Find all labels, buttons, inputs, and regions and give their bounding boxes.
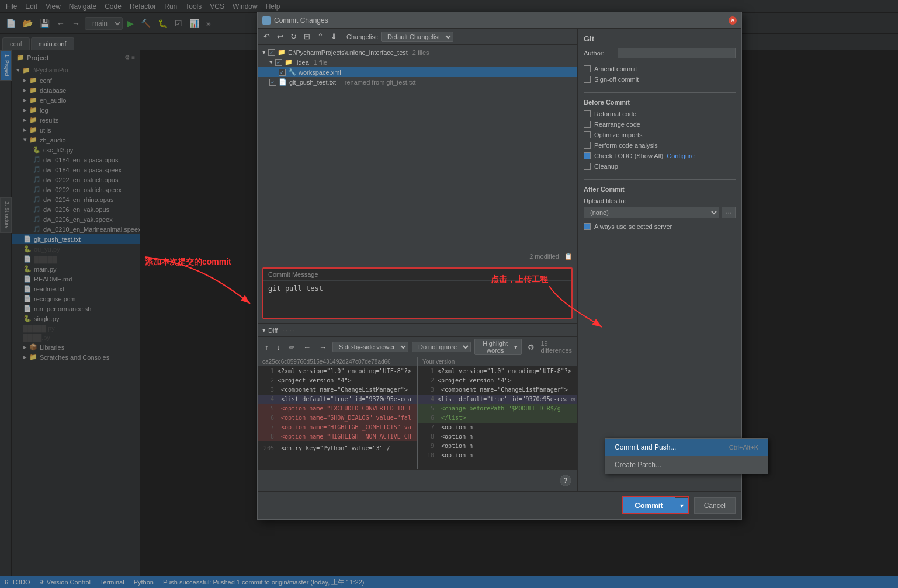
file-tree-git-push[interactable]: 📄 git_push_test.txt - renamed from git_t… [258,77,577,87]
diff-viewer-select[interactable]: Side-by-side viewer [332,342,408,352]
expand-btn[interactable]: ⇑ [315,31,326,42]
diff-ignore-select[interactable]: Do not ignore [412,342,471,352]
diff-next-btn[interactable]: → [317,342,329,353]
root-arrow: ▾ [262,48,266,56]
diff-right-line-4: 4<list default="true" id="9370e95e-cea ☑ [418,395,577,404]
dialog-right-panel: Git Author: Amend commit Sign-off commit… [578,29,741,491]
sign-off-row: Sign-off commit [584,76,736,83]
move-to-changelist-btn[interactable]: ↶ [261,31,272,42]
always-use-checkbox[interactable] [584,223,591,230]
idea-file-count: 1 file [314,59,327,66]
diff-down-btn[interactable]: ↓ [275,342,283,353]
diff-left-line-2: 2<project version="4"> [258,376,417,385]
reformat-row: Reformat code [584,110,736,117]
highlight-dropdown-icon: ▾ [514,343,518,351]
git-push-renamed: - renamed from git_test.txt [341,79,415,86]
rearrange-label: Rearrange code [594,121,640,128]
create-patch-item[interactable]: Create Patch... [605,456,768,474]
highlight-words-btn[interactable]: Highlight words ▾ [474,339,522,355]
idea-folder-icon: 📁 [285,58,293,66]
cleanup-checkbox[interactable] [584,163,591,170]
root-folder-icon: 📁 [278,48,286,56]
check-todo-label: Check TODO (Show All) [594,152,663,159]
optimize-row: Optimize imports [584,131,736,138]
commit-message-input[interactable]: git pull test [263,281,571,316]
diff-settings-btn[interactable]: ⚙ [525,342,537,353]
commit-dropdown-btn[interactable]: ▾ [675,498,688,513]
rearrange-row: Rearrange code [584,121,736,128]
root-file-count: 2 files [412,49,429,56]
diff-collapse-icon[interactable]: ▾ [262,326,266,334]
upload-settings-btn[interactable]: ··· [722,207,736,218]
commit-dropdown-popup: Commit and Push... Ctrl+Alt+K Create Pat… [605,438,768,474]
diff-right-line-9: 9 <option n [418,441,577,451]
diff-title: Diff [268,327,278,334]
amend-checkbox[interactable] [584,65,591,72]
dialog-icon [262,16,271,25]
before-commit-heading: Before Commit [584,99,736,106]
diff-count: 19 differences [540,340,573,354]
upload-label: Upload files to: [584,197,736,204]
highlight-label: Highlight words [479,340,512,354]
root-path: E:\PycharmProjects\unione_interface_test [288,49,408,56]
diff-header: ▾ Diff · · · · [258,324,577,337]
cleanup-label: Cleanup [594,163,618,170]
undo-btn[interactable]: ↩ [275,31,286,42]
diff-left-line-3: 3 <component name="ChangeListManager"> [258,385,417,395]
configure-link[interactable]: Configure [667,152,695,159]
idea-checkbox[interactable] [275,59,282,66]
rearrange-checkbox[interactable] [584,121,591,128]
perform-label: Perform code analysis [594,142,658,149]
idea-arrow: ▾ [269,58,273,66]
copy-icon[interactable]: 📋 [564,253,573,260]
check-todo-checkbox[interactable] [584,152,591,159]
workspace-checkbox[interactable] [279,69,286,76]
diff-right-col: Your version 1<?xml version="1.0" encodi… [418,357,577,469]
diff-prev-btn[interactable]: ← [301,342,313,353]
diff-right-line-10: 10 <option n [418,451,577,460]
sign-off-checkbox[interactable] [584,76,591,83]
diff-right-line-8: 8 <option n [418,432,577,441]
refresh-btn[interactable]: ↻ [288,31,299,42]
upload-select[interactable]: (none) [584,207,719,218]
diff-up-btn[interactable]: ↑ [262,342,271,353]
upload-row: (none) ··· [584,207,736,218]
commit-and-push-item[interactable]: Commit and Push... Ctrl+Alt+K [605,439,768,456]
amend-label: Amend commit [594,65,637,72]
dialog-close-btn[interactable]: ✕ [729,16,737,25]
separator-1 [584,92,736,93]
diff-left-line-4: 4 <list default="true" id="9370e95e-cea [258,395,417,404]
diff-edit-btn[interactable]: ✏ [286,342,297,353]
author-input[interactable] [618,48,736,58]
diff-left-line-8: 8 <option name="HIGHLIGHT_NON_ACTIVE_CH [258,432,417,441]
optimize-label: Optimize imports [594,131,643,138]
diff-right-checkbox[interactable]: ☑ [571,395,575,404]
perform-checkbox[interactable] [584,142,591,149]
perform-row: Perform code analysis [584,142,736,149]
git-push-checkbox[interactable] [269,79,276,86]
diff-right-line-2: 2<project version="4"> [418,376,577,385]
commit-push-shortcut: Ctrl+Alt+K [729,444,758,451]
file-tree-workspace[interactable]: 🔧 workspace.xml [258,67,577,77]
reformat-checkbox[interactable] [584,110,591,117]
diff-left-header: ca25cc6c059766d515e431492d247c07de78ad66 [258,357,417,367]
diff-right-header: Your version [418,357,577,367]
file-tree-root[interactable]: ▾ 📁 E:\PycharmProjects\unione_interface_… [258,47,577,57]
diff-right-line-3: 3 <component name="ChangeListManager"> [418,385,577,395]
cleanup-row: Cleanup [584,163,736,170]
collapse-btn[interactable]: ⇓ [328,31,339,42]
diff-right-line-6: 6 </list> [418,413,577,423]
workspace-icon: 🔧 [288,68,296,76]
optimize-checkbox[interactable] [584,131,591,138]
help-btn[interactable]: ? [560,475,571,486]
changelist-label: Changelist: [346,33,379,40]
file-tree-idea[interactable]: ▾ 📁 .idea 1 file [258,57,577,67]
cancel-btn[interactable]: Cancel [694,497,736,514]
diff-left-line-last: 205 <entry key="Python" value="3" / [258,444,417,453]
amend-row: Amend commit [584,65,736,72]
group-btn[interactable]: ⊞ [301,31,313,42]
git-title: Git [584,34,736,43]
changelist-select[interactable]: Default Changelist [381,32,453,42]
root-checkbox[interactable] [268,49,275,56]
commit-btn[interactable]: Commit [623,497,674,513]
